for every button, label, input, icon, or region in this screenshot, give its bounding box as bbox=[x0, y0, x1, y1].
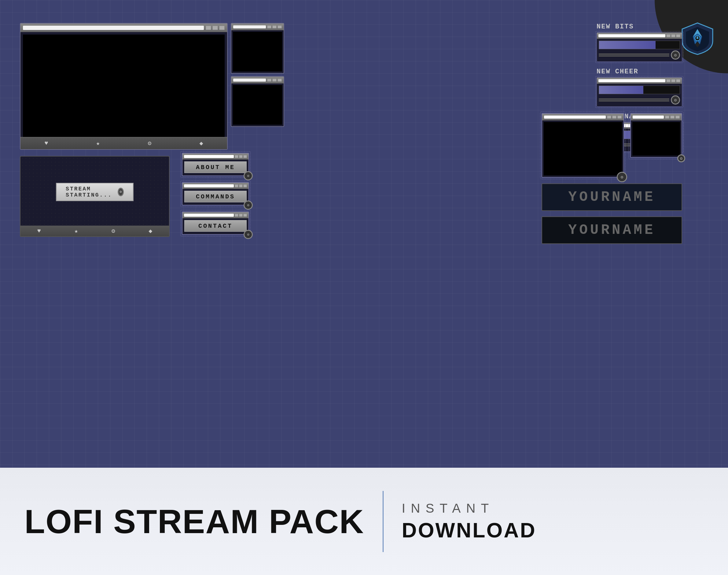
cam-small-wrapper: ⚙ bbox=[630, 113, 682, 158]
name-panel-2-text: YOURNAME bbox=[568, 222, 656, 238]
cheer-title-bar bbox=[598, 79, 665, 82]
side-panel-bottom-titlebar bbox=[231, 77, 284, 83]
contact-ctrls bbox=[235, 214, 247, 217]
cam-large-title-bar bbox=[544, 115, 606, 119]
name-panels: YOURNAME YOURNAME bbox=[542, 183, 682, 244]
cam-small-close[interactable] bbox=[675, 115, 680, 119]
about-gear-icon: ⚙ bbox=[244, 171, 253, 180]
stream-starting-box: STREAM STARTING... ⚙ bbox=[56, 183, 134, 201]
cheer-content: ⚙ bbox=[597, 84, 682, 106]
cheer-bottom: ⚙ bbox=[599, 95, 680, 105]
cheer-close[interactable] bbox=[676, 79, 680, 82]
side-bottom-bar bbox=[233, 78, 266, 81]
cam-large-screen bbox=[544, 122, 622, 175]
main-stream-panel: ♥ ★ ⚙ ◆ bbox=[20, 23, 228, 150]
sp-min[interactable] bbox=[267, 25, 271, 28]
page-root: ♥ ★ ⚙ ◆ bbox=[0, 0, 728, 575]
maximize-btn[interactable] bbox=[212, 26, 218, 30]
cam-small-title-bar bbox=[633, 115, 664, 119]
bits-titlebar bbox=[597, 33, 682, 39]
bits-bar bbox=[599, 41, 680, 49]
about-titlebar bbox=[182, 154, 248, 160]
stream-starting-gear-icon: ⚙ bbox=[118, 188, 124, 196]
commands-wrapper: COMMANDS ⚙ bbox=[182, 182, 249, 205]
about-ctrls bbox=[235, 155, 247, 158]
star-icon: ★ bbox=[96, 139, 100, 147]
contact-title-bar bbox=[184, 214, 234, 217]
cheer-bar-fill bbox=[599, 86, 643, 94]
contact-content: CONTACT bbox=[182, 218, 248, 234]
contact-item: CONTACT ⚙ bbox=[182, 211, 249, 235]
contact-titlebar bbox=[182, 212, 248, 218]
commands-title-bar bbox=[184, 184, 234, 188]
commands-close[interactable] bbox=[243, 184, 247, 188]
cam-large-ctrls bbox=[607, 115, 622, 119]
bits-close[interactable] bbox=[676, 34, 680, 37]
sp2-min[interactable] bbox=[267, 78, 271, 81]
about-me-wrapper: ABOUT ME ⚙ bbox=[182, 153, 249, 176]
page-title: LOFI STREAM PACK bbox=[25, 502, 364, 541]
sp2-close[interactable] bbox=[278, 78, 282, 81]
contact-close[interactable] bbox=[243, 214, 247, 217]
contact-panel: CONTACT bbox=[182, 211, 249, 235]
bits-line-1 bbox=[599, 54, 669, 55]
sp-close[interactable] bbox=[278, 25, 282, 28]
commands-gear-icon: ⚙ bbox=[244, 201, 253, 210]
cam-panel-small bbox=[630, 113, 682, 158]
commands-button[interactable]: COMMANDS bbox=[184, 191, 247, 202]
bits-min[interactable] bbox=[666, 34, 670, 37]
stream-drop-icon: ◆ bbox=[148, 227, 152, 235]
minimize-btn[interactable] bbox=[206, 26, 211, 30]
side-bottom-ctrls bbox=[267, 78, 282, 81]
cam-large-min[interactable] bbox=[607, 115, 611, 119]
stream-starting-section: STREAM STARTING... ⚙ ♥ ★ ⚙ ◆ bbox=[20, 156, 170, 237]
about-me-panel: ABOUT ME bbox=[182, 153, 249, 176]
cam-large-gear-icon: ⚙ bbox=[617, 172, 627, 182]
about-min[interactable] bbox=[235, 155, 238, 158]
cam-large-max[interactable] bbox=[612, 115, 617, 119]
sp2-max[interactable] bbox=[272, 78, 277, 81]
cam-large-titlebar bbox=[542, 114, 623, 121]
name-panel-1: YOURNAME bbox=[542, 183, 682, 211]
cam-large-wrapper: ⚙ bbox=[542, 113, 624, 178]
camera-panels: ⚙ ⚙ bbox=[542, 113, 682, 178]
contact-button[interactable]: CONTACT bbox=[184, 220, 247, 232]
cam-small-min[interactable] bbox=[665, 115, 669, 119]
about-close[interactable] bbox=[243, 155, 247, 158]
cheer-lines bbox=[599, 98, 669, 101]
main-screen bbox=[23, 35, 224, 140]
cheer-max[interactable] bbox=[671, 79, 675, 82]
contact-max[interactable] bbox=[239, 214, 243, 217]
cam-small-ctrls bbox=[665, 115, 680, 119]
cheer-titlebar bbox=[597, 78, 682, 84]
new-cheer-label: NEW CHEER bbox=[597, 68, 682, 75]
commands-min[interactable] bbox=[235, 184, 238, 188]
stream-star-icon: ★ bbox=[74, 227, 78, 235]
new-bits-panel-wrapper: ⚙ bbox=[597, 32, 682, 62]
contact-min[interactable] bbox=[235, 214, 238, 217]
close-btn[interactable] bbox=[219, 26, 224, 30]
cheer-min[interactable] bbox=[666, 79, 670, 82]
about-content: ABOUT ME bbox=[182, 160, 248, 175]
bottom-divider bbox=[383, 491, 384, 552]
side-panel-top-screen bbox=[233, 32, 282, 71]
bits-ctrls bbox=[666, 34, 680, 37]
new-bits-section: NEW BITS bbox=[597, 23, 682, 62]
commands-max[interactable] bbox=[239, 184, 243, 188]
bits-bar-fill bbox=[599, 41, 656, 49]
commands-titlebar bbox=[182, 183, 248, 189]
stream-person-icon: ⚙ bbox=[111, 227, 115, 235]
about-max[interactable] bbox=[239, 155, 243, 158]
about-me-item: ABOUT ME ⚙ bbox=[182, 153, 249, 176]
stream-starting-text: STREAM STARTING... bbox=[66, 186, 115, 198]
bits-title-bar bbox=[598, 34, 665, 37]
bits-bottom: ⚙ bbox=[599, 50, 680, 60]
cam-small-max[interactable] bbox=[670, 115, 674, 119]
cam-large-close[interactable] bbox=[617, 115, 622, 119]
instant-label: INSTANT bbox=[402, 501, 536, 516]
sp-max[interactable] bbox=[272, 25, 277, 28]
cam-small-gear-icon: ⚙ bbox=[677, 155, 685, 162]
bits-max[interactable] bbox=[671, 34, 675, 37]
bottom-right: INSTANT DOWNLOAD bbox=[402, 501, 536, 542]
about-me-button[interactable]: ABOUT ME bbox=[184, 161, 247, 173]
